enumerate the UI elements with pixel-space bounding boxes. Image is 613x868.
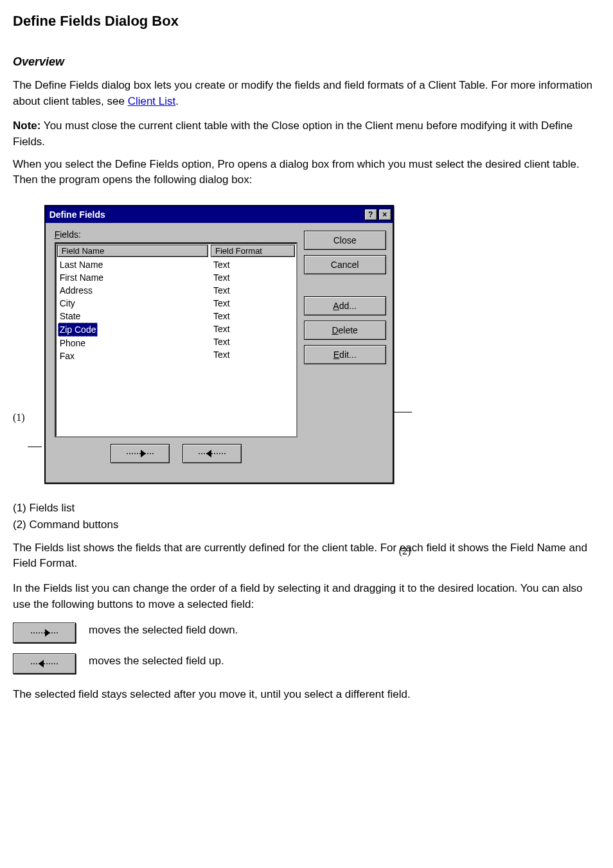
callout-1: (1) [13,412,25,423]
legend-move-down-button [13,623,76,643]
legend-para: The Fields list shows the fields that ar… [13,540,600,572]
para-3: When you select the Define Fields option… [13,157,600,188]
list-item[interactable]: Fax [60,350,206,362]
delete-button[interactable]: Delete [304,321,386,340]
note-label: Note: [13,120,40,132]
column-header-name[interactable]: Field Name [57,245,208,257]
list-item-format: Text [213,310,292,323]
close-icon[interactable]: × [378,209,391,220]
list-item[interactable]: Phone [60,337,206,350]
list-item[interactable]: First Name [60,271,206,284]
arrow-up-icon [197,449,227,458]
list-item-format: Text [213,297,292,310]
legend-drag: In the Fields list you can change the or… [13,581,600,612]
fields-label: Fields: [55,229,298,240]
move-up-button[interactable] [182,444,242,463]
fields-listbox[interactable]: Field Name Last NameFirst NameAddressCit… [55,242,298,438]
list-item-format: Text [213,271,292,284]
arrow-down-icon [125,449,155,458]
intro-text-pre: The Define Fields dialog box lets you cr… [13,79,592,107]
define-fields-dialog: Define Fields ? × Fields: Field Name Las… [44,205,394,484]
list-item[interactable]: Last Name [60,258,206,271]
add-button[interactable]: Add... [304,296,386,315]
list-item[interactable]: City [60,297,206,310]
help-button[interactable]: ? [364,209,377,220]
arrow-down-icon [30,628,59,637]
legend-move-up-button [13,653,76,674]
dialog-titlebar: Define Fields ? × [46,206,393,223]
list-item[interactable]: Address [60,284,206,297]
client-list-link[interactable]: Client List [128,95,176,107]
legend-move-up-text: moves the selected field up. [89,653,600,669]
legend-2: (2) Command buttons [13,518,600,531]
note-text: You must close the current client table … [13,120,573,148]
move-down-button[interactable] [111,444,170,463]
note-paragraph: Note: You must close the current client … [13,118,600,150]
legend-move-down-text: moves the selected field down. [89,623,600,638]
list-item[interactable]: Zip Code [58,323,98,337]
close-button[interactable]: Close [304,231,386,250]
dialog-title: Define Fields [49,209,363,220]
list-item-format: Text [213,348,292,361]
legend-1: (1) Fields list [13,502,600,515]
list-item-format: Text [213,258,292,271]
list-item-format: Text [213,323,292,335]
arrow-up-icon [30,659,59,668]
list-item[interactable]: State [60,310,206,323]
column-header-format[interactable]: Field Format [211,245,295,257]
cancel-button[interactable]: Cancel [304,255,386,274]
page-heading: Define Fields Dialog Box [13,13,600,30]
edit-button[interactable]: Edit... [304,345,386,364]
final-para: The selected field stays selected after … [13,687,600,703]
callout-2: (2) [399,545,411,557]
intro-text-post: . [175,95,179,107]
list-item-format: Text [213,335,292,348]
list-item-format: Text [213,284,292,297]
section-subheading: Overview [13,55,600,69]
intro-paragraph: The Define Fields dialog box lets you cr… [13,78,600,109]
